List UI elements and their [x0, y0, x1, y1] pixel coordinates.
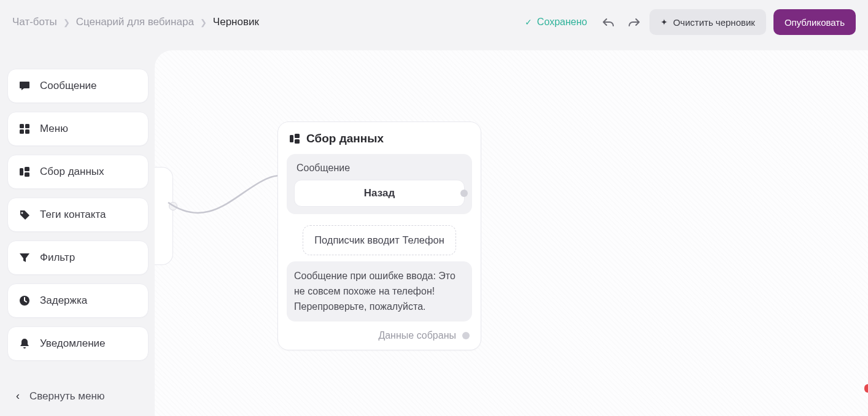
breadcrumb-chatbots[interactable]: Чат-боты [12, 16, 57, 28]
sidebar-item-filter[interactable]: Фильтр [7, 241, 149, 275]
publish-button[interactable]: Опубликовать [773, 9, 856, 35]
svg-rect-8 [25, 167, 29, 171]
header: Чат-боты ❯ Сценарий для вебинара ❯ Черно… [0, 0, 868, 44]
sidebar-item-notify[interactable]: Уведомление [7, 326, 149, 361]
breadcrumb-draft: Черновик [213, 16, 259, 28]
input-hint-wrap: Подписчик вводит Телефон [287, 220, 472, 255]
svg-rect-0 [290, 135, 293, 142]
previous-node-edge[interactable] [155, 167, 173, 265]
svg-rect-5 [20, 129, 24, 134]
error-message-text: Сообщение при ошибке ввода: Это не совсе… [294, 269, 465, 314]
message-panel-label: Сообщение [296, 163, 465, 174]
sparkle-icon: ✦ [661, 17, 668, 27]
sidebar-item-datacollect[interactable]: Сбор данных [7, 155, 149, 189]
bell-icon [18, 337, 31, 350]
header-actions: ✓ Сохранено ✦ Очистить черновик Опублико… [525, 9, 856, 35]
redo-icon [627, 18, 640, 26]
undo-button[interactable] [600, 13, 618, 31]
output-port[interactable] [169, 202, 177, 210]
chevron-right-icon: ❯ [200, 18, 207, 27]
svg-rect-6 [25, 129, 29, 134]
collapse-sidebar-button[interactable]: ‹ Свернуть меню [7, 383, 149, 409]
message-panel[interactable]: Сообщение Назад [287, 154, 472, 214]
data-collected-label: Данные собраны [378, 330, 456, 341]
svg-rect-1 [295, 134, 300, 138]
svg-rect-4 [25, 124, 29, 128]
sidebar-item-tags[interactable]: Теги контакта [7, 198, 149, 232]
clock-icon [18, 295, 31, 307]
grid-icon [18, 123, 31, 135]
svg-rect-2 [295, 139, 300, 144]
sidebar-item-label: Сбор данных [40, 166, 104, 178]
sidebar-item-label: Фильтр [40, 252, 75, 264]
sidebar-item-label: Задержка [40, 295, 87, 307]
canvas[interactable]: Сбор данных Сообщение Назад Подписчик вв… [155, 50, 868, 416]
node-title: Сбор данных [306, 132, 384, 145]
svg-rect-7 [20, 168, 23, 175]
sidebar-item-delay[interactable]: Задержка [7, 283, 149, 318]
svg-rect-3 [20, 124, 24, 128]
check-icon: ✓ [525, 17, 532, 27]
form-icon [18, 166, 31, 178]
sidebar-item-menu[interactable]: Меню [7, 112, 149, 146]
svg-point-10 [21, 212, 23, 214]
output-port[interactable] [462, 332, 470, 339]
subscriber-input-hint[interactable]: Подписчик вводит Телефон [303, 225, 456, 255]
message-icon [18, 80, 31, 92]
back-button-label: Назад [364, 187, 395, 199]
sidebar-item-message[interactable]: Сообщение [7, 69, 149, 103]
redo-button[interactable] [625, 13, 642, 31]
floating-action-edge[interactable] [864, 384, 868, 393]
form-icon [289, 133, 300, 144]
node-data-collection[interactable]: Сбор данных Сообщение Назад Подписчик вв… [277, 121, 481, 350]
funnel-icon [18, 252, 31, 264]
svg-rect-9 [25, 172, 29, 177]
breadcrumb-scenario[interactable]: Сценарий для вебинара [76, 16, 194, 28]
chevron-left-icon: ‹ [16, 390, 20, 403]
tag-icon [18, 209, 31, 221]
sidebar-item-label: Сообщение [40, 80, 97, 92]
sidebar: Сообщение Меню Сбор данных Теги контакта… [7, 69, 149, 409]
sidebar-item-label: Уведомление [40, 337, 106, 350]
chevron-right-icon: ❯ [63, 18, 70, 27]
collapse-label: Свернуть меню [29, 390, 105, 403]
sidebar-item-label: Меню [40, 123, 68, 135]
sidebar-item-label: Теги контакта [40, 209, 106, 221]
publish-label: Опубликовать [785, 17, 845, 28]
undo-icon [603, 18, 615, 26]
data-collected-route[interactable]: Данные собраны [287, 328, 472, 341]
clear-draft-label: Очистить черновик [673, 17, 755, 28]
breadcrumb: Чат-боты ❯ Сценарий для вебинара ❯ Черно… [12, 16, 259, 28]
back-button[interactable]: Назад [294, 180, 465, 207]
saved-label: Сохранено [537, 17, 587, 28]
node-header: Сбор данных [287, 131, 472, 148]
output-port[interactable] [460, 190, 468, 197]
saved-indicator: ✓ Сохранено [525, 17, 587, 28]
clear-draft-button[interactable]: ✦ Очистить черновик [649, 9, 766, 35]
error-message-panel[interactable]: Сообщение при ошибке ввода: Это не совсе… [287, 261, 472, 322]
